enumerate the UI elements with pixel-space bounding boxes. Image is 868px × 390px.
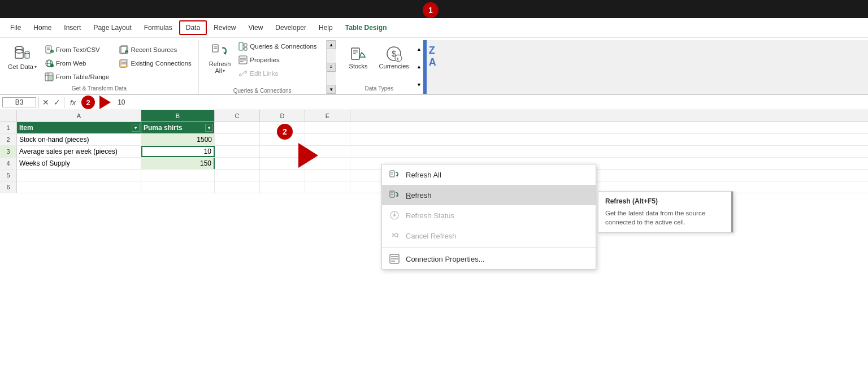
cell-b1-dropdown[interactable]: ▾ — [205, 124, 213, 132]
cell-a6[interactable] — [17, 181, 141, 193]
properties-label: Properties — [250, 57, 279, 63]
formula-arrow — [99, 96, 111, 109]
ribbon: File Home Insert Page Layout Formulas Da… — [0, 18, 868, 94]
fx-label: fx — [67, 98, 79, 107]
from-web-button[interactable]: From Web — [42, 57, 111, 70]
cell-c6[interactable] — [215, 181, 260, 193]
cancel-refresh-label: Cancel Refresh — [406, 232, 457, 240]
data-types-scroll-mid[interactable]: ▲ — [415, 63, 423, 71]
existing-connections-button[interactable]: Existing Connections — [117, 57, 193, 70]
data-types-scroll-up[interactable]: ▲ — [415, 45, 423, 53]
menu-formulas[interactable]: Formulas — [138, 21, 178, 34]
step-badge-2a: 2 — [277, 124, 293, 140]
menu-bar: File Home Insert Page Layout Formulas Da… — [0, 18, 868, 37]
ribbon-scroll-mid[interactable]: ≡ — [327, 63, 336, 72]
row-num-5: 5 — [0, 170, 17, 181]
cell-c4[interactable] — [215, 158, 260, 169]
right-ribbon-area: ZA — [423, 40, 868, 94]
formula-bar-sep2 — [64, 97, 64, 108]
ribbon-scroll: ▲ ≡ ▼ — [327, 40, 336, 94]
from-table-range-button[interactable]: From Table/Range — [42, 71, 111, 83]
group1-label: Get & Transform Data — [72, 83, 127, 92]
col-header-a: A — [17, 110, 141, 122]
data-types-scroll-down[interactable]: ▼ — [415, 81, 423, 89]
cell-b6[interactable] — [141, 181, 215, 193]
refresh-all-button[interactable]: Refresh All ▾ — [206, 40, 235, 76]
cell-b5[interactable] — [141, 170, 215, 181]
row-num-6: 6 — [0, 181, 17, 193]
svg-rect-49 — [390, 171, 394, 177]
confirm-formula-icon[interactable]: ✓ — [53, 98, 62, 107]
queries-group: Queries & Connections Properties Edit Li… — [236, 40, 319, 80]
cell-b2-value: 1500 — [197, 136, 212, 144]
cell-c1[interactable] — [215, 122, 260, 133]
menu-item-refresh-status[interactable]: Refresh Status — [382, 205, 596, 226]
refresh-dropdown-menu: Refresh All Refresh Refresh Status — [381, 164, 596, 270]
cell-d6[interactable] — [260, 181, 305, 193]
queries-connections-button[interactable]: Queries & Connections — [236, 40, 319, 53]
group3-label: Data Types — [364, 83, 393, 92]
menu-insert[interactable]: Insert — [58, 21, 86, 34]
menu-item-refresh[interactable]: Refresh — [382, 185, 596, 205]
cell-a3-value: Average sales per week (pieces) — [19, 148, 118, 155]
cancel-formula-icon[interactable]: ✕ — [41, 98, 50, 107]
refresh-all-menu-icon — [389, 169, 400, 180]
menu-item-cancel-refresh[interactable]: Cancel Refresh — [382, 226, 596, 246]
cell-a1-dropdown[interactable]: ▾ — [132, 124, 140, 132]
svg-rect-17 — [49, 76, 53, 81]
recent-sources-button[interactable]: ⟳ Recent Sources — [117, 44, 193, 56]
menu-file[interactable]: File — [5, 21, 27, 34]
recent-sources-label: Recent Sources — [131, 46, 177, 53]
refresh-all-dropdown-arrow: ▾ — [223, 68, 225, 73]
svg-point-2 — [15, 50, 23, 53]
edit-links-button[interactable]: Edit Links — [236, 67, 319, 80]
cell-e5[interactable] — [305, 170, 350, 181]
cell-a2[interactable]: Stock on-hand (pieces) — [17, 134, 141, 145]
get-data-button[interactable]: Get Data ▾ — [5, 42, 40, 73]
menu-help[interactable]: Help — [313, 21, 338, 34]
tooltip-description: Get the latest data from the source conn… — [605, 209, 726, 227]
ribbon-scroll-down[interactable]: ▼ — [327, 85, 336, 94]
cell-b2[interactable]: 1500 — [141, 134, 215, 145]
cell-e6[interactable] — [305, 181, 350, 193]
menu-home[interactable]: Home — [28, 21, 57, 34]
cell-b3-value: 10 — [204, 148, 211, 155]
menu-item-connection-properties[interactable]: Connection Properties... — [382, 249, 596, 269]
menu-view[interactable]: View — [243, 21, 269, 34]
menu-table-design[interactable]: Table Design — [340, 21, 393, 34]
from-text-csv-label: From Text/CSV — [56, 46, 100, 53]
cell-b3[interactable]: 10 — [141, 146, 215, 157]
properties-button[interactable]: Properties — [236, 54, 319, 66]
refresh-menu-icon — [389, 189, 400, 201]
cell-c3[interactable] — [215, 146, 260, 157]
cell-b4[interactable]: 150 — [141, 158, 215, 169]
svg-marker-44 — [359, 53, 365, 57]
from-text-csv-button[interactable]: ⟳ From Text/CSV — [42, 44, 111, 56]
cell-reference-input[interactable] — [2, 97, 36, 107]
formula-bar: ✕ ✓ fx 2 10 — [0, 94, 868, 110]
cell-e1[interactable] — [305, 122, 350, 133]
stocks-button[interactable]: Stocks — [345, 42, 372, 72]
cell-a1[interactable]: Item ▾ — [17, 122, 141, 133]
cell-a4[interactable]: Weeks of Supply — [17, 158, 141, 169]
menu-item-refresh-all[interactable]: Refresh All — [382, 164, 596, 185]
menu-page-layout[interactable]: Page Layout — [88, 21, 137, 34]
cell-a5[interactable] — [17, 170, 141, 181]
step-badge-2b: 2 — [81, 96, 95, 109]
cell-b1[interactable]: Puma shirts ▾ — [141, 122, 215, 133]
ribbon-scroll-up[interactable]: ▲ — [327, 40, 336, 49]
cell-c5[interactable] — [215, 170, 260, 181]
currencies-button[interactable]: $ € Currencies — [375, 42, 414, 72]
cell-a3[interactable]: Average sales per week (pieces) — [17, 146, 141, 157]
cell-d5[interactable] — [260, 170, 305, 181]
get-data-icon — [13, 45, 31, 63]
menu-review[interactable]: Review — [208, 21, 241, 34]
formula-step-container: 2 10 — [81, 96, 125, 109]
ribbon-group-data-types: Stocks $ € Currencies ▲ ▲ ▼ Data — [336, 40, 423, 94]
cell-b4-value: 150 — [200, 159, 211, 167]
data-types-buttons: Stocks $ € Currencies — [345, 42, 414, 72]
svg-line-39 — [242, 73, 244, 75]
cell-c2[interactable] — [215, 134, 260, 145]
menu-data[interactable]: Data — [179, 20, 207, 35]
menu-developer[interactable]: Developer — [270, 21, 312, 34]
